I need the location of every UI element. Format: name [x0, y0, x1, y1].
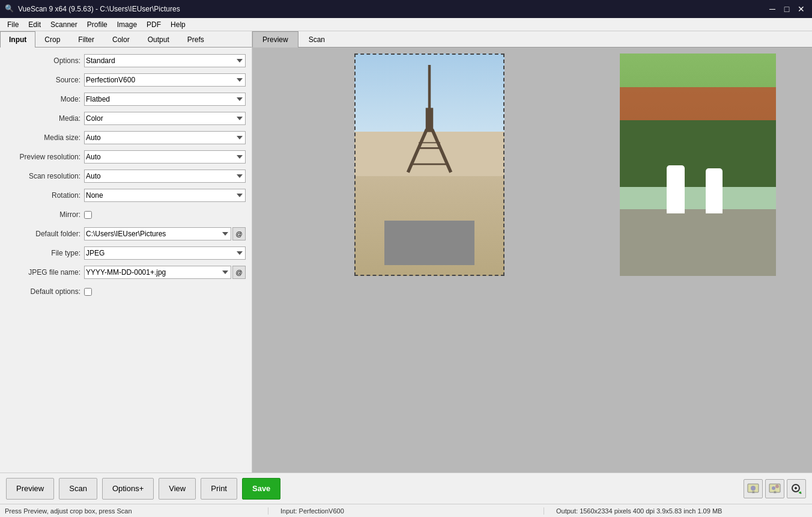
default-folder-group: C:\Users\IEUser\Pictures @ — [84, 227, 246, 240]
options-label: Options: — [6, 57, 84, 65]
default-options-row: Default options: — [6, 284, 246, 299]
mode-row: Mode: Flatbed Transparency — [6, 92, 246, 106]
source-label: Source: — [6, 76, 84, 84]
preview-tab-scan[interactable]: Scan — [298, 31, 335, 47]
rotation-select[interactable]: None 90 CW 90 CCW 180 — [84, 189, 246, 202]
file-type-label: File type: — [6, 249, 84, 257]
default-options-checkbox[interactable] — [84, 288, 92, 296]
jpeg-filename-group: YYYY-MM-DD-0001+.jpg @ — [84, 266, 246, 279]
media-size-label: Media size: — [6, 133, 84, 142]
file-type-select[interactable]: JPEG TIFF PNG — [84, 246, 246, 260]
svg-rect-3 — [426, 108, 434, 132]
mode-select[interactable]: Flatbed Transparency — [84, 93, 246, 106]
zoom-controls: ▣ ▣ + — [744, 479, 806, 498]
menu-edit[interactable]: Edit — [23, 19, 46, 30]
bottom-bar: Preview Scan Options+ View Print Save ▣ … — [0, 473, 812, 504]
minimize-button[interactable]: ─ — [766, 3, 778, 15]
print-button[interactable]: Print — [201, 478, 237, 500]
menu-image[interactable]: Image — [112, 19, 142, 30]
jpeg-filename-row: JPEG file name: YYYY-MM-DD-0001+.jpg @ — [6, 265, 246, 280]
people-silhouette — [384, 221, 474, 265]
main-content: Input Crop Filter Color Output Prefs Opt… — [0, 31, 812, 473]
next-scan-button[interactable]: ▣ — [765, 479, 784, 498]
svg-line-1 — [432, 129, 450, 172]
child2-silhouette — [706, 168, 723, 213]
status-middle: Input: PerfectionV600 — [268, 507, 532, 515]
mirror-row: Mirror: — [6, 207, 246, 222]
left-panel: Input Crop Filter Color Output Prefs Opt… — [0, 31, 252, 473]
save-button[interactable]: Save — [242, 478, 280, 500]
zoom-in-icon: + — [790, 483, 802, 495]
path-bg — [620, 209, 776, 276]
right-panel: Preview Scan — [252, 31, 812, 473]
input-form: Options: Standard Advanced Source: Perfe… — [0, 47, 252, 473]
tab-output[interactable]: Output — [139, 31, 178, 47]
mirror-label: Mirror: — [6, 210, 84, 219]
tab-input[interactable]: Input — [0, 31, 35, 47]
options-select[interactable]: Standard Advanced — [84, 54, 246, 67]
preview-tab-preview[interactable]: Preview — [252, 31, 298, 47]
tab-color[interactable]: Color — [103, 31, 139, 47]
options-plus-button[interactable]: Options+ — [102, 478, 154, 500]
photo-children — [620, 54, 776, 276]
options-row: Options: Standard Advanced — [6, 54, 246, 68]
default-folder-row: Default folder: C:\Users\IEUser\Pictures… — [6, 227, 246, 241]
left-panel-tabs: Input Crop Filter Color Output Prefs — [0, 31, 252, 47]
default-folder-label: Default folder: — [6, 230, 84, 238]
zoom-in-button[interactable]: + — [787, 479, 806, 498]
media-select[interactable]: Color Gray B&W — [84, 112, 246, 125]
default-options-label: Default options: — [6, 287, 84, 296]
status-right: Output: 1560x2334 pixels 400 dpi 3.9x5.8… — [544, 507, 807, 515]
scan-res-select[interactable]: Auto 150 300 600 1200 — [84, 170, 246, 183]
jpeg-filename-at-button[interactable]: @ — [232, 266, 246, 279]
title-bar: 🔍 VueScan 9 x64 (9.5.63) - C:\Users\IEUs… — [0, 0, 812, 18]
menu-scanner[interactable]: Scanner — [46, 19, 82, 30]
mirror-checkbox[interactable] — [84, 211, 92, 219]
status-bar: Press Preview, adjust crop box, press Sc… — [0, 504, 812, 517]
tab-filter[interactable]: Filter — [69, 31, 103, 47]
scan-bed — [252, 47, 812, 473]
menu-profile[interactable]: Profile — [82, 19, 112, 30]
prev-scan-icon: ▣ — [747, 483, 759, 495]
jpeg-filename-label: JPEG file name: — [6, 268, 84, 277]
source-row: Source: PerfectionV600 — [6, 73, 246, 87]
next-scan-icon: ▣ — [769, 483, 781, 495]
hedge-bg — [620, 120, 776, 187]
tab-prefs[interactable]: Prefs — [178, 31, 213, 47]
svg-point-12 — [775, 485, 779, 488]
media-size-select[interactable]: Auto Letter A4 — [84, 131, 246, 144]
photo-eiffel — [354, 54, 504, 276]
menu-bar: File Edit Scanner Profile Image PDF Help — [0, 18, 812, 31]
window-controls: ─ □ ✕ — [766, 3, 807, 15]
tab-crop[interactable]: Crop — [35, 31, 69, 47]
close-button[interactable]: ✕ — [795, 3, 807, 15]
photo-eiffel-wrapper[interactable] — [354, 54, 504, 276]
menu-pdf[interactable]: PDF — [142, 19, 166, 30]
svg-text:▣: ▣ — [774, 490, 777, 494]
media-row: Media: Color Gray B&W — [6, 111, 246, 126]
scan-button[interactable]: Scan — [59, 478, 97, 500]
preview-res-select[interactable]: Auto 75 150 300 — [84, 150, 246, 164]
default-folder-at-button[interactable]: @ — [232, 227, 246, 240]
maximize-button[interactable]: □ — [781, 3, 793, 15]
app-icon: 🔍 — [5, 4, 14, 14]
rotation-row: Rotation: None 90 CW 90 CCW 180 — [6, 188, 246, 203]
preview-area — [252, 47, 812, 473]
mode-label: Mode: — [6, 95, 84, 103]
media-size-row: Media size: Auto Letter A4 — [6, 130, 246, 145]
menu-file[interactable]: File — [2, 19, 23, 30]
scan-res-row: Scan resolution: Auto 150 300 600 1200 — [6, 169, 246, 183]
menu-help[interactable]: Help — [166, 19, 190, 30]
prev-scan-button[interactable]: ▣ — [744, 479, 763, 498]
jpeg-filename-select[interactable]: YYYY-MM-DD-0001+.jpg — [84, 266, 231, 279]
preview-tabs: Preview Scan — [252, 31, 812, 47]
svg-line-0 — [408, 129, 426, 172]
source-select[interactable]: PerfectionV600 — [84, 73, 246, 87]
preview-button[interactable]: Preview — [6, 478, 54, 500]
status-left: Press Preview, adjust crop box, press Sc… — [5, 507, 256, 515]
media-label: Media: — [6, 114, 84, 123]
eiffel-tower-svg — [399, 65, 459, 215]
default-folder-select[interactable]: C:\Users\IEUser\Pictures — [84, 227, 231, 240]
view-button[interactable]: View — [159, 478, 196, 500]
svg-text:▣: ▣ — [752, 490, 755, 494]
